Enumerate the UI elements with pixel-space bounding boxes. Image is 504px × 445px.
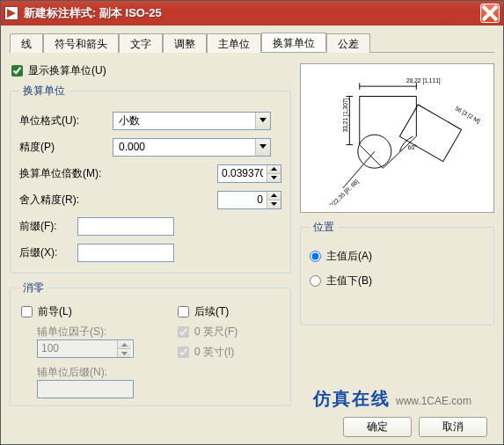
show-alt-units-input[interactable] bbox=[11, 65, 23, 77]
trailing-input[interactable] bbox=[178, 306, 189, 317]
position-below-input[interactable] bbox=[310, 275, 321, 287]
show-alt-units-label: 显示换算单位(U) bbox=[28, 63, 106, 78]
watermark: 仿真在线 www.1CAE.com bbox=[313, 387, 471, 411]
leading-label: 前导(L) bbox=[38, 304, 72, 319]
tab-strip: 线 符号和箭头 文字 调整 主单位 换算单位 公差 bbox=[10, 33, 494, 53]
preview-panel: 28,22 [1,111] 33,21 [1,307] 56 [3 [2 M] … bbox=[300, 63, 494, 213]
tab-symbols[interactable]: 符号和箭头 bbox=[43, 33, 119, 53]
row-prefix: 前缀(F): bbox=[19, 213, 281, 239]
inches-checkbox: 0 英寸(I) bbox=[178, 345, 281, 360]
row-precision: 精度(P) 0.000 bbox=[19, 134, 281, 160]
group-zero-suppress: 消零 前导(L) 辅单位因子(S): bbox=[10, 281, 291, 406]
sub-unit-factor-spinner bbox=[37, 339, 134, 358]
spin-up-icon[interactable] bbox=[267, 165, 281, 174]
trailing-checkbox[interactable]: 后续(T) bbox=[178, 304, 281, 319]
spin-up-icon[interactable] bbox=[267, 192, 281, 201]
position-after-radio[interactable]: 主值后(A) bbox=[310, 244, 485, 268]
footer: 确定 取消 bbox=[343, 417, 487, 437]
prefix-label: 前缀(F): bbox=[19, 219, 72, 234]
app-icon bbox=[4, 6, 18, 20]
svg-text:28,22 [1,111]: 28,22 [1,111] bbox=[406, 77, 441, 84]
preview-drawing: 28,22 [1,111] 33,21 [1,307] 56 [3 [2 M] … bbox=[308, 71, 486, 205]
prefix-input[interactable] bbox=[77, 217, 174, 236]
suffix-label: 后缀(X): bbox=[19, 245, 72, 260]
row-multiplier: 换算单位倍数(M): bbox=[19, 160, 281, 186]
spin-down-icon[interactable] bbox=[267, 201, 281, 208]
sub-unit-factor-label: 辅单位因子(S): bbox=[37, 325, 171, 339]
feet-checkbox: 0 英尺(F) bbox=[178, 325, 281, 339]
sub-unit-factor-block: 辅单位因子(S): 辅单位后缀(N): bbox=[37, 325, 171, 398]
show-alt-units-checkbox[interactable]: 显示换算单位(U) bbox=[11, 63, 291, 78]
position-after-label: 主值后(A) bbox=[326, 249, 372, 264]
precision-value: 0.000 bbox=[113, 141, 255, 153]
round-label: 舍入精度(R): bbox=[19, 193, 107, 208]
position-below-label: 主值下(B) bbox=[326, 274, 372, 288]
svg-text:56 [3 [2 M]: 56 [3 [2 M] bbox=[454, 105, 481, 125]
row-round: 舍入精度(R): bbox=[19, 186, 281, 213]
mult-spinner[interactable] bbox=[217, 164, 281, 183]
window-title: 新建标注样式: 副本 ISO-25 bbox=[24, 5, 480, 21]
cancel-button[interactable]: 取消 bbox=[419, 417, 487, 437]
leading-input[interactable] bbox=[21, 306, 33, 317]
mult-value[interactable] bbox=[218, 165, 267, 182]
leading-checkbox[interactable]: 前导(L) bbox=[21, 304, 171, 319]
spin-down-icon bbox=[118, 349, 131, 357]
svg-text:60°: 60° bbox=[408, 144, 417, 150]
position-below-radio[interactable]: 主值下(B) bbox=[310, 268, 485, 293]
position-legend: 位置 bbox=[310, 220, 338, 235]
inches-input bbox=[178, 347, 189, 358]
precision-label: 精度(P) bbox=[19, 140, 107, 155]
trailing-label: 后续(T) bbox=[194, 304, 229, 319]
chevron-down-icon[interactable] bbox=[255, 113, 270, 129]
svg-text:33,21 [1,307]: 33,21 [1,307] bbox=[342, 98, 349, 132]
sub-unit-factor-value bbox=[38, 340, 117, 357]
svg-point-1 bbox=[358, 135, 391, 168]
row-suffix: 后缀(X): bbox=[19, 239, 281, 266]
svg-rect-0 bbox=[399, 105, 461, 162]
tab-tolerances[interactable]: 公差 bbox=[326, 33, 370, 53]
svg-text:R22,35 [R, 88]: R22,35 [R, 88] bbox=[328, 178, 360, 205]
group-alt-legend: 换算单位 bbox=[19, 84, 69, 98]
round-value[interactable] bbox=[218, 192, 267, 208]
feet-input bbox=[178, 326, 189, 338]
brand-url: www.1CAE.com bbox=[396, 395, 471, 407]
unit-format-label: 单位格式(U): bbox=[19, 113, 107, 128]
dialog-window: 新建标注样式: 副本 ISO-25 线 符号和箭头 文字 调整 主单位 换算单位… bbox=[0, 0, 504, 445]
mult-label: 换算单位倍数(M): bbox=[19, 166, 134, 181]
client-area: 线 符号和箭头 文字 调整 主单位 换算单位 公差 显示换算单位(U) 换算单位… bbox=[1, 26, 503, 444]
unit-format-select[interactable]: 小数 bbox=[113, 112, 271, 130]
spin-up-icon bbox=[118, 340, 131, 349]
close-button[interactable] bbox=[480, 4, 500, 23]
tab-text[interactable]: 文字 bbox=[119, 33, 163, 53]
group-alt-units: 换算单位 单位格式(U): 小数 精度(P) 0.000 bbox=[10, 84, 291, 274]
round-spinner[interactable] bbox=[217, 191, 281, 209]
row-unit-format: 单位格式(U): 小数 bbox=[19, 107, 281, 134]
tab-fit[interactable]: 调整 bbox=[163, 33, 207, 53]
sub-unit-suffix-input bbox=[37, 380, 134, 398]
titlebar: 新建标注样式: 副本 ISO-25 bbox=[1, 1, 503, 26]
group-position: 位置 主值后(A) 主值下(B) bbox=[300, 220, 494, 325]
tab-alternate-units[interactable]: 换算单位 bbox=[261, 33, 326, 52]
suffix-input[interactable] bbox=[77, 244, 174, 262]
unit-format-value: 小数 bbox=[113, 113, 255, 128]
inches-label: 0 英寸(I) bbox=[194, 345, 234, 360]
right-column: 28,22 [1,111] 33,21 [1,307] 56 [3 [2 M] … bbox=[300, 63, 494, 413]
zero-legend: 消零 bbox=[19, 281, 47, 295]
spin-down-icon[interactable] bbox=[267, 174, 281, 182]
sub-unit-suffix-label: 辅单位后缀(N): bbox=[37, 365, 171, 380]
content: 显示换算单位(U) 换算单位 单位格式(U): 小数 精度(P) bbox=[10, 63, 494, 413]
left-column: 显示换算单位(U) 换算单位 单位格式(U): 小数 精度(P) bbox=[10, 63, 291, 413]
precision-select[interactable]: 0.000 bbox=[113, 138, 271, 157]
feet-label: 0 英尺(F) bbox=[194, 325, 237, 339]
tab-lines[interactable]: 线 bbox=[10, 33, 43, 53]
tab-primary-units[interactable]: 主单位 bbox=[207, 33, 261, 53]
brand-cn: 仿真在线 bbox=[313, 387, 391, 411]
chevron-down-icon[interactable] bbox=[255, 139, 270, 156]
position-after-input[interactable] bbox=[310, 251, 321, 262]
ok-button[interactable]: 确定 bbox=[343, 417, 412, 437]
